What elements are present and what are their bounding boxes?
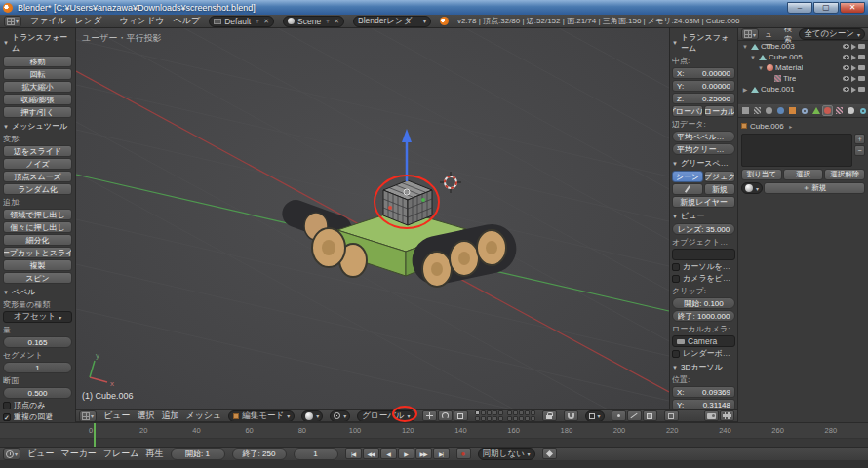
snap-element-dropdown[interactable]: ▾ (585, 410, 605, 422)
gp-new-layer-button[interactable]: 新規レイヤー (672, 196, 735, 208)
menu-render[interactable]: レンダー (75, 15, 111, 27)
rotate-manipulator-button[interactable] (438, 410, 453, 421)
new-material-button[interactable]: ＋ 新規 (764, 182, 865, 194)
gp-new-button[interactable]: 新規 (704, 183, 735, 195)
outliner-item-material[interactable]: ▼Material (738, 62, 868, 73)
layer-toggle[interactable] (507, 416, 512, 421)
maximize-button[interactable]: ▢ (813, 2, 839, 14)
visibility-eye-icon[interactable] (843, 87, 849, 92)
layer-toggle[interactable] (487, 410, 492, 415)
screen-layout-selector[interactable]: Default ＋ ✕ (209, 16, 274, 27)
local-button[interactable]: ローカル (704, 105, 735, 117)
expand-triangle-icon[interactable]: ▼ (741, 44, 749, 50)
breadcrumb-object[interactable]: Cube.006 (750, 122, 784, 131)
panel-header-n-transform[interactable]: ▼トランスフォーム (672, 32, 735, 54)
tool-button[interactable]: ループカットとスライド (3, 247, 72, 258)
panel-header-view[interactable]: ▼ビュー (672, 211, 735, 221)
edge-select-button[interactable] (627, 410, 642, 421)
deselect-button[interactable]: 選択解除 (824, 169, 865, 180)
layer-toggle[interactable] (481, 416, 486, 421)
renderability-camera-icon[interactable] (858, 44, 865, 49)
frame-end-field[interactable]: 終了: 250 (232, 448, 287, 460)
tab-particles[interactable] (846, 105, 856, 116)
tool-button[interactable]: 押す/引く (3, 106, 72, 118)
layer-toggle[interactable] (481, 410, 486, 415)
mode-dropdown[interactable]: 編集モード ▾ (228, 410, 295, 422)
selectability-arrow-icon[interactable] (851, 65, 856, 71)
menu-window[interactable]: ウィンドウ (120, 15, 165, 27)
assign-button[interactable]: 割り当て (741, 169, 782, 180)
selectability-arrow-icon[interactable] (851, 76, 856, 82)
opengl-render-button[interactable] (704, 410, 719, 421)
bevel-number-field[interactable]: 0.165 (3, 336, 72, 348)
lock-camera-checkbox[interactable]: カメラをビューにロ... (672, 273, 735, 284)
menu-timeline-frame[interactable]: フレーム (103, 448, 139, 460)
orientation-dropdown[interactable]: グローバル ▾ (357, 410, 414, 422)
outliner-item-cube.005[interactable]: ▼Cube.005 (738, 52, 868, 62)
scale-manipulator-button[interactable] (454, 410, 468, 421)
jump-start-button[interactable]: |◀ (345, 448, 362, 459)
tab-texture[interactable] (834, 105, 845, 116)
visibility-eye-icon[interactable] (843, 76, 849, 81)
keying-set-button[interactable] (542, 448, 557, 459)
menu-help[interactable]: ヘルプ (174, 15, 201, 27)
cursor-y-field[interactable]: Y:0.31148 (672, 399, 735, 410)
panel-header-transform[interactable]: ▼トランスフォーム (3, 32, 72, 54)
tool-button[interactable]: ランダム化 (3, 183, 72, 195)
expand-triangle-icon[interactable]: ▼ (749, 55, 757, 60)
cursor-x-field[interactable]: X:0.09369 (672, 386, 735, 398)
layer-toggle[interactable] (475, 410, 480, 415)
jump-end-button[interactable]: ▶| (433, 448, 450, 459)
sync-dropdown[interactable]: 同期しない ▾ (478, 448, 535, 460)
layer-toggle[interactable] (493, 410, 497, 415)
layer-toggle[interactable] (519, 410, 524, 415)
bevel-checkbox[interactable]: ✓重複の回避 (3, 411, 72, 422)
prev-keyframe-button[interactable]: ◀◀ (363, 448, 379, 459)
gp-scene-button[interactable]: シーン (672, 171, 703, 182)
layer-toggle[interactable] (498, 416, 503, 421)
material-slot-list[interactable] (741, 134, 852, 167)
renderability-camera-icon[interactable] (858, 65, 865, 70)
tool-button[interactable]: 頂点スムーズ (3, 171, 72, 182)
snap-magnet-button[interactable] (564, 410, 578, 421)
expand-triangle-icon[interactable]: ▶ (741, 86, 749, 93)
visibility-eye-icon[interactable] (843, 65, 849, 70)
bevel-checkbox[interactable]: 頂点のみ (3, 400, 72, 410)
lock-cursor-checkbox[interactable]: カーソルを中心に (672, 261, 735, 272)
menu-view3d-add[interactable]: 追加 (161, 410, 178, 422)
median-x-field[interactable]: X:0.00000 (672, 67, 735, 79)
tool-button[interactable]: 領域で押し出し (3, 209, 72, 220)
add-slot-button[interactable]: ＋ (854, 134, 865, 144)
layer-toggle[interactable] (525, 410, 530, 415)
menu-file[interactable]: ファイル (30, 15, 66, 27)
outliner-item-cube.001[interactable]: ▶Cube.001 (738, 84, 868, 95)
menu-view3d-mesh[interactable]: メッシュ (185, 410, 221, 422)
menu-timeline-playback[interactable]: 再生 (146, 448, 164, 460)
renderability-camera-icon[interactable] (858, 76, 865, 81)
current-frame-line[interactable] (94, 423, 96, 447)
tab-render[interactable] (740, 105, 751, 116)
visibility-eye-icon[interactable] (843, 55, 849, 59)
next-keyframe-button[interactable]: ▶▶ (415, 448, 432, 459)
renderability-camera-icon[interactable] (858, 87, 865, 92)
selectability-arrow-icon[interactable] (851, 55, 856, 60)
lens-field[interactable]: レンズ: 35.000 (672, 223, 735, 235)
edit-cube[interactable] (383, 180, 432, 225)
opengl-render-anim-button[interactable] (720, 410, 734, 421)
local-camera-field[interactable]: Camera (672, 335, 735, 347)
tab-physics[interactable] (857, 105, 868, 116)
tool-button[interactable]: 移動 (3, 56, 72, 67)
layer-toggle[interactable] (507, 410, 512, 415)
current-frame-field[interactable]: 1 (294, 448, 338, 460)
layer-toggle[interactable] (493, 416, 497, 421)
layer-toggle[interactable] (525, 416, 530, 421)
cursor-3d[interactable] (440, 172, 461, 193)
bevel-number-field[interactable]: 0.500 (3, 387, 72, 399)
mean-crease-field[interactable]: 平均クリース: 0.00 (672, 143, 735, 155)
layer-toggle[interactable] (498, 410, 503, 415)
clip-start-field[interactable]: 開始: 0.100 (672, 297, 735, 309)
panel-header-grease-pencil[interactable]: ▼グリースペンシル (672, 158, 735, 169)
title-bar[interactable]: Blender* [C:¥Users¥anazawa¥Downloads¥scr… (0, 0, 868, 15)
tool-button[interactable]: 複製 (3, 259, 72, 271)
layer-toggle[interactable] (513, 410, 518, 415)
